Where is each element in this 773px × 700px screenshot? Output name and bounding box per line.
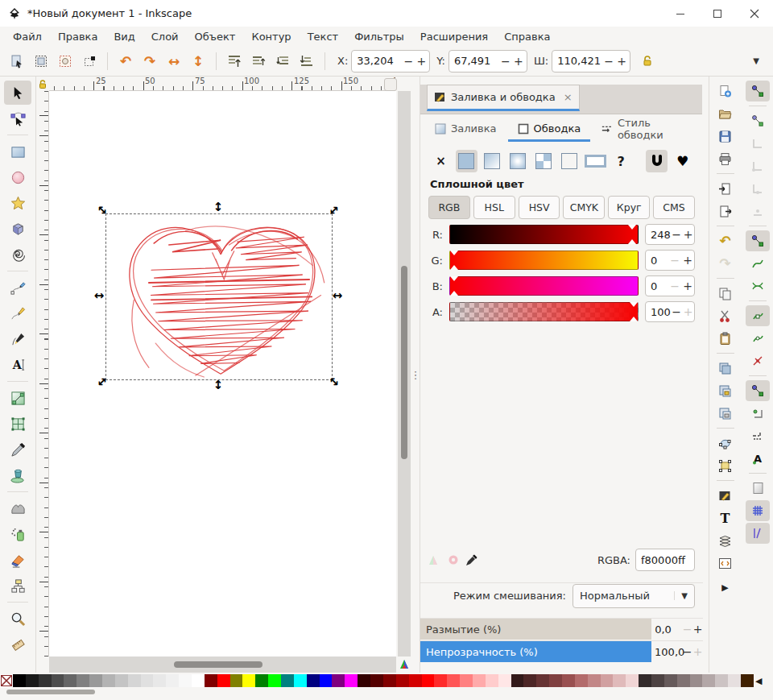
palette-swatch[interactable] [690,674,703,687]
snap-guides-icon[interactable] [746,523,770,544]
tool-pencil[interactable] [4,275,31,300]
snap-smooth-nodes-icon[interactable] [746,328,770,349]
ruler-corner-button[interactable] [384,78,397,91]
palette-swatch[interactable] [664,674,677,687]
selection-handle-top[interactable]: ↕ [213,201,224,213]
palette-swatch[interactable] [307,674,320,687]
tool-color-picker[interactable] [4,437,31,462]
selection-handle-right[interactable]: ↔ [333,290,343,302]
x-decrement[interactable]: − [402,55,415,68]
snap-other-points-icon[interactable] [746,380,770,401]
paint-linear-gradient-button[interactable] [482,150,503,172]
palette-swatch[interactable] [255,674,268,687]
paint-flat-color-button[interactable] [456,150,477,172]
palette-swatch[interactable] [613,674,626,687]
selection-handle-left[interactable]: ↔ [94,290,105,302]
palette-swatch[interactable] [409,674,422,687]
palette-swatch[interactable] [626,674,639,687]
tool-gradient[interactable] [4,386,31,410]
palette-swatch[interactable] [115,674,128,687]
flip-vertical-icon[interactable]: ↕ [186,50,210,72]
snap-nodes-icon[interactable] [746,230,770,251]
palette-swatch[interactable] [715,674,728,687]
menu-item[interactable]: Слой [143,29,187,44]
palette-swatch[interactable] [370,674,383,687]
menu-item[interactable]: Расширения [412,29,496,44]
palette-swatch[interactable] [205,674,217,687]
snap-bbox-edges-icon[interactable] [746,133,770,154]
palette-swatch[interactable] [434,674,447,687]
snap-object-centers-icon[interactable] [746,403,770,424]
tool-star[interactable] [4,191,31,215]
raise-to-top-icon[interactable] [222,50,246,72]
copy-icon[interactable] [713,283,738,304]
snap-text-baselines-icon[interactable] [746,425,770,446]
xml-editor-icon[interactable] [713,553,738,574]
palette-swatch[interactable] [26,674,39,687]
alpha-decrement[interactable]: − [671,305,683,318]
color-space-tab[interactable]: CMS [653,196,695,219]
snap-paths-icon[interactable] [746,253,770,274]
palette-swatch[interactable] [345,674,358,687]
palette-swatch[interactable] [294,674,307,687]
menu-item[interactable]: Вид [105,29,143,44]
paint-swatch-button[interactable] [585,150,606,172]
color-space-tab[interactable]: HSL [473,196,515,219]
x-input[interactable] [352,54,402,68]
palette-swatch[interactable] [511,674,524,687]
width-increment[interactable]: + [615,55,628,68]
commands-overflow-icon[interactable]: ▶ [721,582,728,593]
toolbar-overflow-icon[interactable]: ▼ [744,50,768,72]
snap-grids-icon[interactable] [746,500,770,521]
deselect-icon[interactable] [53,50,77,72]
width-input[interactable] [552,54,602,68]
snap-text-anchor-icon[interactable]: A [746,448,770,469]
y-increment[interactable]: + [512,55,525,68]
palette-swatch[interactable] [358,674,370,687]
snap-bbox-icon[interactable] [746,110,770,131]
palette-swatch[interactable] [320,674,333,687]
canvas[interactable]: ↔ ↔ ↔ ↔ ↕ ↕ ↔ ↔ [49,91,396,657]
snap-path-intersections-icon[interactable] [746,275,770,296]
palette-swatch[interactable] [141,674,154,687]
opacity-slider[interactable]: Непрозрачность (%) [420,641,651,662]
snap-bbox-edge-midpoints-icon[interactable] [746,178,770,199]
green-spinbox[interactable]: 0−+ [645,250,695,271]
palette-swatch[interactable] [422,674,435,687]
rgba-input[interactable] [636,553,694,567]
color-space-tab[interactable]: CMYK [563,196,605,219]
duplicate-icon[interactable] [713,358,738,379]
horizontal-scrollbar[interactable] [49,657,396,673]
palette-swatch[interactable] [64,674,76,687]
eyedropper-icon[interactable] [465,554,477,566]
color-management-icon[interactable] [397,657,411,672]
ungroup-icon[interactable] [713,455,738,476]
palette-none-swatch[interactable] [0,674,13,687]
palette-swatch[interactable] [153,674,166,687]
tab-stroke-paint[interactable]: Обводка [508,118,591,142]
tool-ellipse[interactable] [4,165,31,189]
select-all-icon[interactable] [5,50,29,72]
width-decrement[interactable]: − [602,55,615,68]
tool-bezier-pen[interactable] [4,301,31,325]
paint-unknown-button[interactable]: ? [610,150,632,172]
fill-rule-nonzero-button[interactable]: ♥ [672,150,693,172]
palette-swatch[interactable] [281,674,294,687]
palette-swatch[interactable] [192,674,205,687]
lower-to-bottom-icon[interactable] [295,50,319,72]
palette-swatch[interactable] [498,674,511,687]
green-slider[interactable] [449,251,639,270]
palette-swatch[interactable] [460,674,473,687]
create-clone-icon[interactable] [713,380,738,401]
selection-box-icon[interactable] [77,50,101,72]
open-icon[interactable] [713,103,738,124]
menu-item[interactable]: Справка [496,29,558,44]
blue-increment[interactable]: + [681,280,694,292]
palette-swatch[interactable] [588,674,601,687]
red-slider[interactable] [449,225,639,244]
alpha-slider[interactable] [449,302,639,321]
palette-swatch[interactable] [396,674,409,687]
palette-swatch[interactable] [702,674,715,687]
cut-icon[interactable] [713,305,738,326]
tool-text[interactable]: A [4,353,31,377]
